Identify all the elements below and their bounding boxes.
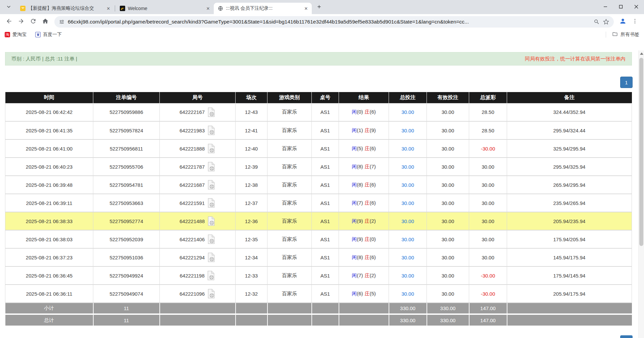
pagination-bottom-button[interactable]: [620, 335, 633, 338]
new-tab-button[interactable]: [314, 2, 324, 12]
close-icon[interactable]: ✕: [303, 5, 309, 11]
video-icon[interactable]: [207, 289, 215, 299]
home-button[interactable]: [40, 16, 51, 28]
total-bet-cell: 30.00: [389, 121, 427, 139]
notice-warning-text: 同局有效投注，统一计算在该局第一张注单内: [525, 56, 626, 62]
column-header-bet-id: 注单编号: [93, 92, 160, 103]
total-bet-cell: 30.00: [389, 230, 427, 248]
close-button[interactable]: [629, 0, 644, 13]
minimize-button[interactable]: [598, 0, 613, 13]
total-bet-link[interactable]: 30.00: [401, 182, 414, 188]
total-bet-link[interactable]: 30.00: [401, 273, 414, 279]
empty-cell: [236, 314, 267, 326]
scroll-up-icon[interactable]: [640, 52, 643, 55]
result-cell: 闲(8)庄(7): [339, 158, 389, 176]
video-icon[interactable]: [207, 216, 215, 226]
player-result: 闲: [352, 272, 357, 278]
valid-bet-cell: 30.00: [427, 158, 469, 176]
table-no-cell: AS1: [312, 194, 339, 212]
close-icon[interactable]: ✕: [105, 5, 111, 11]
close-icon[interactable]: ✕: [205, 5, 211, 11]
session-cell: 12-40: [236, 139, 267, 158]
tab-search-button[interactable]: [4, 2, 13, 12]
player-result: 闲: [352, 200, 357, 206]
round-id: 642221888: [180, 146, 205, 152]
pagination-page-button[interactable]: 1: [620, 77, 633, 88]
bet-id-cell: 522750954781: [93, 176, 160, 194]
browser-window: 【新提醒】海燕策略论坛综合交 ✕ Welcome ✕ :::视讯 会员下注纪录:…: [0, 0, 644, 338]
session-cell: 12-37: [236, 194, 267, 212]
taobao-icon: 淘: [5, 32, 10, 37]
bookmark-star-icon[interactable]: [603, 19, 609, 25]
video-icon[interactable]: [206, 270, 215, 281]
total-bet-cell: 30.00: [389, 248, 427, 266]
bookmark-baidu[interactable]: 百度一下: [35, 32, 62, 38]
total-bet-link[interactable]: 30.00: [401, 218, 414, 224]
column-header-result: 结果: [339, 92, 389, 103]
forward-button[interactable]: [15, 16, 27, 28]
session-cell: 12-39: [236, 158, 267, 176]
column-header-round: 局号: [160, 92, 236, 103]
round-id: 642221983: [180, 128, 205, 133]
payout-cell: 30.00: [469, 248, 507, 266]
video-icon[interactable]: [207, 162, 215, 172]
back-button[interactable]: [3, 16, 15, 28]
session-cell: 12-41: [236, 121, 267, 139]
profile-button[interactable]: [617, 16, 629, 28]
all-bookmarks-label[interactable]: 所有书签: [621, 32, 639, 38]
empty-cell: [267, 303, 312, 314]
payout-cell: -30.00: [469, 139, 507, 158]
note-cell: 205.94/175.94: [507, 285, 632, 303]
video-icon[interactable]: [207, 180, 215, 190]
game-cell: 百家乐: [267, 248, 312, 266]
zoom-icon[interactable]: [594, 19, 600, 25]
round-id: 642221096: [180, 291, 205, 297]
video-icon[interactable]: [207, 107, 215, 117]
video-icon[interactable]: [207, 234, 215, 244]
tab-forum[interactable]: 【新提醒】海燕策略论坛综合交 ✕: [16, 3, 114, 14]
player-result: 闲: [352, 218, 357, 224]
site-settings-icon[interactable]: [59, 19, 64, 25]
total-bet-link[interactable]: 30.00: [401, 164, 414, 170]
empty-cell: [339, 314, 389, 326]
total-bet-link[interactable]: 30.00: [401, 109, 414, 115]
total-row: 总计 11 330.00 330.00 147.00: [5, 314, 632, 326]
total-bet-link[interactable]: 30.00: [401, 255, 414, 260]
bookmark-taobao[interactable]: 淘 爱淘宝: [5, 32, 27, 38]
maximize-button[interactable]: [613, 0, 629, 13]
banker-result: 庄: [365, 272, 370, 278]
bookmark-label: 爱淘宝: [12, 32, 27, 38]
reload-button[interactable]: [28, 16, 39, 28]
total-bet-link[interactable]: 30.00: [401, 237, 414, 242]
session-cell: 12-34: [236, 248, 267, 266]
scrollbar-thumb[interactable]: [639, 58, 643, 246]
time-cell: 2025-08-21 06:39:11: [5, 194, 93, 212]
total-bet-link[interactable]: 30.00: [401, 128, 414, 133]
player-result: 闲: [352, 254, 357, 260]
bet-row: 2025-08-21 06:38:33522750952774642221488…: [5, 212, 632, 230]
menu-button[interactable]: [629, 16, 641, 28]
note-cell: 175.94/205.94: [507, 230, 632, 248]
vertical-scrollbar[interactable]: [638, 50, 644, 338]
video-icon[interactable]: [207, 125, 215, 135]
column-header-session: 场次: [236, 92, 267, 103]
url-text[interactable]: 66cxkj98.com/ipl/portal.php/game/betreco…: [68, 19, 590, 25]
tab-bet-records-active[interactable]: :::视讯 会员下注纪录::: ✕: [214, 3, 312, 14]
bet-row: 2025-08-21 06:40:23522750955706642221787…: [5, 158, 632, 176]
banker-result: 庄: [365, 109, 370, 115]
globe-icon: [218, 6, 223, 11]
total-bet-link[interactable]: 30.00: [401, 291, 414, 297]
address-bar[interactable]: 66cxkj98.com/ipl/portal.php/game/betreco…: [54, 16, 614, 28]
video-icon[interactable]: [207, 143, 215, 154]
table-no-cell: AS1: [312, 212, 339, 230]
banker-result: 庄: [365, 145, 370, 151]
total-bet-link[interactable]: 30.00: [401, 146, 414, 152]
video-icon[interactable]: [207, 198, 215, 208]
payout-cell: 30.00: [469, 194, 507, 212]
video-icon[interactable]: [207, 252, 215, 262]
bookmark-label: 百度一下: [43, 32, 62, 38]
browser-toolbar: 66cxkj98.com/ipl/portal.php/game/betreco…: [0, 14, 644, 29]
tab-welcome[interactable]: Welcome ✕: [116, 3, 214, 14]
game-cell: 百家乐: [267, 285, 312, 303]
total-bet-link[interactable]: 30.00: [401, 200, 414, 206]
